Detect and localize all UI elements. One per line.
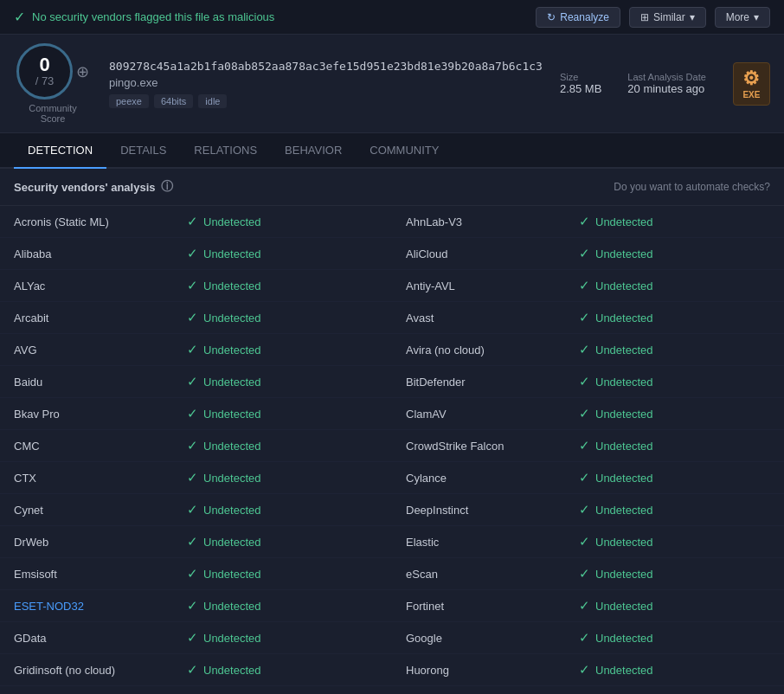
vendor-status: ✓Undetected: [565, 494, 784, 526]
vendor-status: ✓Undetected: [173, 398, 392, 430]
undetected-icon: ✓: [187, 310, 198, 325]
tab-community[interactable]: COMMUNITY: [356, 133, 453, 169]
tab-behavior[interactable]: BEHAVIOR: [271, 133, 356, 169]
undetected-icon: ✓: [579, 502, 590, 517]
file-details: 809278c45a1a2b1fa08ab852aa878ac3efe15d95…: [109, 60, 543, 108]
vendor-status: ✓Undetected: [173, 654, 392, 686]
vendor-name: AhnLab-V3: [392, 206, 565, 238]
file-name: pingo.exe: [109, 76, 543, 89]
vendor-status: ✓Undetected: [565, 270, 784, 302]
expand-score-icon[interactable]: ⊕: [76, 62, 89, 81]
vendor-status: ✓Undetected: [565, 366, 784, 398]
vendor-name: Arcabit: [0, 302, 173, 334]
vendor-table: Acronis (Static ML)✓UndetectedAhnLab-V3✓…: [0, 206, 784, 694]
table-row: DrWeb✓UndetectedElastic✓Undetected: [0, 526, 784, 558]
reanalyze-button[interactable]: ↻ Reanalyze: [536, 7, 620, 28]
vendor-name: Emsisoft: [0, 558, 173, 590]
status-message: No security vendors flagged this file as…: [32, 10, 274, 23]
file-size-group: Size 2.85 MB: [560, 72, 601, 95]
vendor-status: ✓Undetected: [565, 398, 784, 430]
vendor-status: ✓Undetected: [173, 206, 392, 238]
table-row: ALYac✓UndetectedAntiy-AVL✓Undetected: [0, 270, 784, 302]
info-icon[interactable]: ⓘ: [161, 179, 173, 195]
undetected-icon: ✓: [187, 342, 198, 357]
vendor-name: Huorong: [392, 654, 565, 686]
file-type-icon: ⚙ EXE: [733, 62, 770, 106]
table-row: ESET-NOD32✓UndetectedFortinet✓Undetected: [0, 590, 784, 622]
vendor-status: ✓Undetected: [565, 590, 784, 622]
vendor-name: Elastic: [392, 526, 565, 558]
undetected-icon: ✓: [187, 406, 198, 421]
similar-button[interactable]: ⊞ Similar ▾: [629, 7, 706, 28]
vendor-name: eScan: [392, 558, 565, 590]
undetected-icon: ✓: [187, 662, 198, 678]
vendor-status: ✓Undetected: [173, 302, 392, 334]
table-row: Baidu✓UndetectedBitDefender✓Undetected: [0, 366, 784, 398]
vendor-name: BitDefender: [392, 366, 565, 398]
undetected-icon: ✓: [579, 566, 590, 582]
vendor-status: ✓Undetected: [173, 526, 392, 558]
vendor-name: CTX: [0, 462, 173, 494]
vendor-name: DrWeb: [0, 526, 173, 558]
vendor-status: ✓Undetected: [565, 206, 784, 238]
undetected-icon: ✓: [187, 214, 198, 229]
undetected-icon: ✓: [187, 438, 198, 453]
file-tags: peexe 64bits idle: [109, 94, 543, 108]
undetected-icon: ✓: [187, 278, 198, 293]
vendor-status: ✓Undetected: [173, 462, 392, 494]
detection-section: Security vendors' analysis ⓘ Do you want…: [0, 169, 784, 694]
undetected-icon: ✓: [579, 310, 590, 325]
file-hash[interactable]: 809278c45a1a2b1fa08ab852aa878ac3efe15d95…: [109, 60, 543, 73]
undetected-icon: ✓: [187, 630, 198, 646]
vendor-status: ✓Undetected: [173, 622, 392, 654]
vendor-status: ✓Undetected: [565, 334, 784, 366]
table-row: Arcabit✓UndetectedAvast✓Undetected: [0, 302, 784, 334]
tag-peexe[interactable]: peexe: [109, 94, 149, 108]
table-row: CTX✓UndetectedCylance✓Undetected: [0, 462, 784, 494]
undetected-icon: ✓: [579, 374, 590, 389]
undetected-icon: ✓: [579, 406, 590, 421]
vendor-name: DeepInstinct: [392, 494, 565, 526]
automate-link[interactable]: Do you want to automate checks?: [614, 181, 770, 193]
status-section: ✓ No security vendors flagged this file …: [14, 9, 274, 25]
exe-icon: ⚙: [742, 67, 760, 90]
table-row: Alibaba✓UndetectedAliCloud✓Undetected: [0, 238, 784, 270]
vendor-name: ESET-NOD32: [0, 590, 173, 622]
tag-64bits[interactable]: 64bits: [154, 94, 193, 108]
vendor-name: Fortinet: [392, 590, 565, 622]
vendor-status: ✓Undetected: [173, 590, 392, 622]
check-icon: ✓: [14, 9, 25, 25]
vendor-name: Avira (no cloud): [392, 334, 565, 366]
vendor-name: Ikarus: [0, 686, 173, 695]
vendor-name: Baidu: [0, 366, 173, 398]
file-meta: Size 2.85 MB Last Analysis Date 20 minut…: [560, 72, 716, 95]
tab-relations[interactable]: RELATIONS: [180, 133, 271, 169]
vendor-name: Avast: [392, 302, 565, 334]
table-row: Bkav Pro✓UndetectedClamAV✓Undetected: [0, 398, 784, 430]
table-row: Cynet✓UndetectedDeepInstinct✓Undetected: [0, 494, 784, 526]
tab-details[interactable]: DETAILS: [106, 133, 180, 169]
score-circle: 0 / 73: [16, 43, 73, 100]
vendor-name: CMC: [0, 430, 173, 462]
vendor-name: ALYac: [0, 270, 173, 302]
table-row: Acronis (Static ML)✓UndetectedAhnLab-V3✓…: [0, 206, 784, 238]
undetected-icon: ✓: [187, 374, 198, 389]
tag-idle[interactable]: idle: [198, 94, 227, 108]
vendor-name: Cylance: [392, 462, 565, 494]
vendor-status: ✓Undetected: [565, 430, 784, 462]
vendor-status: ✓Undetected: [565, 622, 784, 654]
tab-detection[interactable]: DETECTION: [14, 133, 106, 169]
more-button[interactable]: More ▾: [715, 7, 770, 28]
vendor-name: Antiy-AVL: [392, 270, 565, 302]
undetected-icon: ✓: [579, 470, 590, 485]
vendor-status: ✓Undetected: [565, 558, 784, 590]
undetected-icon: ✓: [579, 438, 590, 453]
vendor-name: ClamAV: [392, 398, 565, 430]
table-row: CMC✓UndetectedCrowdStrike Falcon✓Undetec…: [0, 430, 784, 462]
exe-label: EXE: [742, 90, 760, 100]
undetected-icon: ✓: [187, 470, 198, 485]
vendor-name: Acronis (Static ML): [0, 206, 173, 238]
undetected-icon: ✓: [187, 502, 198, 517]
chevron-down-icon: ▾: [690, 11, 695, 23]
vendor-name: Jiangmin: [392, 686, 565, 695]
